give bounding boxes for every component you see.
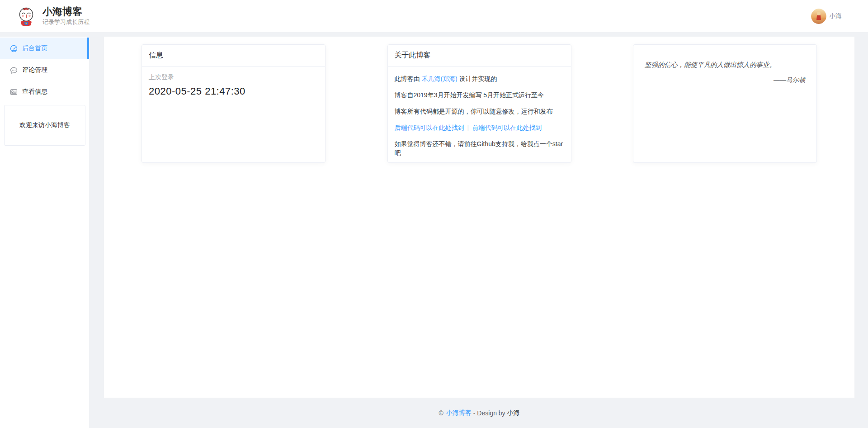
frontend-code-link[interactable]: 前端代码可以在此处找到 bbox=[472, 124, 542, 131]
about-line-links: 后端代码可以在此处找到|前端代码可以在此处找到 bbox=[395, 123, 564, 132]
user-name[interactable]: 小海 bbox=[829, 12, 842, 20]
user-menu[interactable]: 小海 bbox=[811, 9, 842, 24]
dashboard-icon bbox=[10, 45, 18, 52]
app-title: 小海博客 bbox=[42, 6, 90, 18]
cards-row: 信息 上次登录 2020-05-25 21:47:30 关于此博客 此博客由 禾… bbox=[142, 44, 817, 163]
layout: 后台首页 评论管理 查看信息 欢迎来访小海博客 bbox=[0, 37, 868, 428]
page-footer: © 小海博客 - Design by 小海 bbox=[104, 398, 854, 428]
footer-site-link[interactable]: 小海博客 bbox=[446, 409, 472, 417]
about-card-title: 关于此博客 bbox=[388, 45, 571, 67]
about-line-opensource: 博客所有代码都是开源的，你可以随意修改，运行和发布 bbox=[395, 107, 564, 116]
copyright-symbol: © bbox=[439, 409, 443, 417]
footer-author: 小海 bbox=[507, 409, 520, 417]
welcome-box: 欢迎来访小海博客 bbox=[4, 105, 85, 146]
sidebar-gutter bbox=[89, 37, 104, 428]
brand-text: 小海博客 记录学习成长历程 bbox=[42, 6, 90, 26]
sidebar-item-label: 评论管理 bbox=[22, 66, 47, 74]
info-card-body: 上次登录 2020-05-25 21:47:30 bbox=[142, 67, 325, 104]
quote-text: 坚强的信心，能使平凡的人做出惊人的事业。 bbox=[645, 60, 805, 69]
backend-code-link[interactable]: 后端代码可以在此处找到 bbox=[395, 124, 464, 131]
comments-icon bbox=[10, 67, 18, 74]
info-card: 信息 上次登录 2020-05-25 21:47:30 bbox=[142, 44, 326, 163]
header-divider bbox=[0, 32, 868, 37]
link-separator: | bbox=[467, 124, 469, 131]
author-link[interactable]: 禾几海(郑海) bbox=[421, 75, 457, 82]
profile-card-icon bbox=[10, 88, 18, 96]
sidebar-item-label: 查看信息 bbox=[22, 88, 47, 96]
last-login-value: 2020-05-25 21:47:30 bbox=[149, 86, 318, 97]
content-panel: 信息 上次登录 2020-05-25 21:47:30 关于此博客 此博客由 禾… bbox=[104, 37, 854, 398]
about-line-author: 此博客由 禾几海(郑海) 设计并实现的 bbox=[395, 74, 564, 83]
about-card-body: 此博客由 禾几海(郑海) 设计并实现的 博客自2019年3月开始开发编写 5月开… bbox=[388, 67, 571, 157]
app-subtitle: 记录学习成长历程 bbox=[42, 18, 90, 26]
sidebar-item-label: 后台首页 bbox=[22, 44, 47, 52]
app-header: 小海博客 记录学习成长历程 小海 bbox=[0, 0, 868, 32]
about-line-history: 博客自2019年3月开始开发编写 5月开始正式运行至今 bbox=[395, 90, 564, 100]
quote-author: ——马尔顿 bbox=[645, 76, 805, 84]
user-avatar[interactable] bbox=[811, 9, 826, 24]
sidebar-item-comments[interactable]: 评论管理 bbox=[0, 59, 89, 81]
quote-card-body: 坚强的信心，能使平凡的人做出惊人的事业。 ——马尔顿 bbox=[633, 45, 816, 84]
brand: 小海博客 记录学习成长历程 bbox=[16, 6, 90, 26]
sidebar-item-view-info[interactable]: 查看信息 bbox=[0, 81, 89, 103]
welcome-text: 欢迎来访小海博客 bbox=[19, 121, 70, 129]
main-column: 信息 上次登录 2020-05-25 21:47:30 关于此博客 此博客由 禾… bbox=[104, 37, 854, 428]
about-card: 关于此博客 此博客由 禾几海(郑海) 设计并实现的 博客自2019年3月开始开发… bbox=[387, 44, 571, 163]
about-line-star: 如果觉得博客还不错，请前往Github支持我，给我点一个star吧 bbox=[395, 139, 564, 157]
last-login-label: 上次登录 bbox=[149, 73, 318, 81]
info-card-title: 信息 bbox=[142, 45, 325, 67]
about-line1-prefix: 此博客由 bbox=[395, 75, 422, 82]
sidebar-item-dashboard[interactable]: 后台首页 bbox=[0, 38, 89, 59]
sidebar: 后台首页 评论管理 查看信息 欢迎来访小海博客 bbox=[0, 37, 89, 428]
footer-middle-text: - Design by bbox=[473, 409, 505, 417]
quote-card: 坚强的信心，能使平凡的人做出惊人的事业。 ——马尔顿 bbox=[633, 44, 817, 163]
about-line1-suffix: 设计并实现的 bbox=[458, 75, 497, 82]
blog-logo-icon bbox=[16, 6, 36, 26]
